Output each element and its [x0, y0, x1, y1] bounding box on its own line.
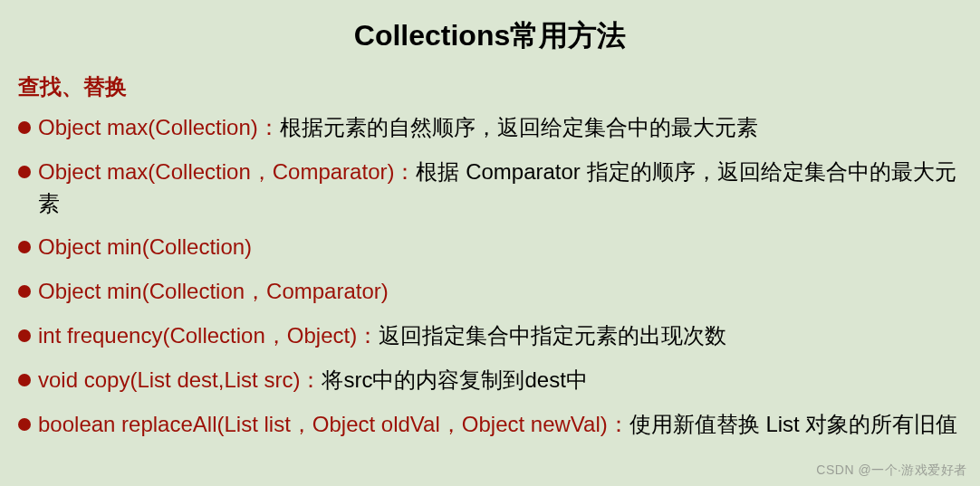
method-code: Object max(Collection，Comparator)： [38, 159, 416, 184]
method-desc: 使用新值替换 List 对象的所有旧值 [629, 412, 958, 436]
list-item: void copy(List dest,List src)：将src中的内容复制… [18, 365, 962, 396]
method-code: Object min(Collection) [38, 234, 252, 259]
section-subtitle: 查找、替换 [18, 72, 962, 101]
method-desc: 根据元素的自然顺序，返回给定集合中的最大元素 [280, 115, 758, 139]
list-item: int frequency(Collection，Object)：返回指定集合中… [18, 320, 962, 352]
method-code: Object max(Collection)： [38, 115, 280, 139]
watermark-text: CSDN @一个·游戏爱好者 [816, 462, 967, 479]
method-code: Object min(Collection，Comparator) [38, 279, 389, 303]
method-code: int frequency(Collection，Object)： [38, 323, 379, 348]
page-title: Collections常用方法 [18, 16, 962, 56]
method-code: boolean replaceAll(List list，Object oldV… [38, 412, 629, 436]
method-desc: 将src中的内容复制到dest中 [322, 367, 587, 392]
list-item: Object min(Collection，Comparator) [18, 276, 962, 308]
method-desc: 返回指定集合中指定元素的出现次数 [379, 323, 726, 348]
list-item: boolean replaceAll(List list，Object oldV… [18, 409, 962, 441]
list-item: Object max(Collection)：根据元素的自然顺序，返回给定集合中… [18, 112, 962, 144]
method-code: void copy(List dest,List src)： [38, 367, 322, 392]
list-item: Object max(Collection，Comparator)：根据 Com… [18, 157, 962, 220]
list-item: Object min(Collection) [18, 232, 962, 263]
method-list: Object max(Collection)：根据元素的自然顺序，返回给定集合中… [18, 112, 962, 440]
